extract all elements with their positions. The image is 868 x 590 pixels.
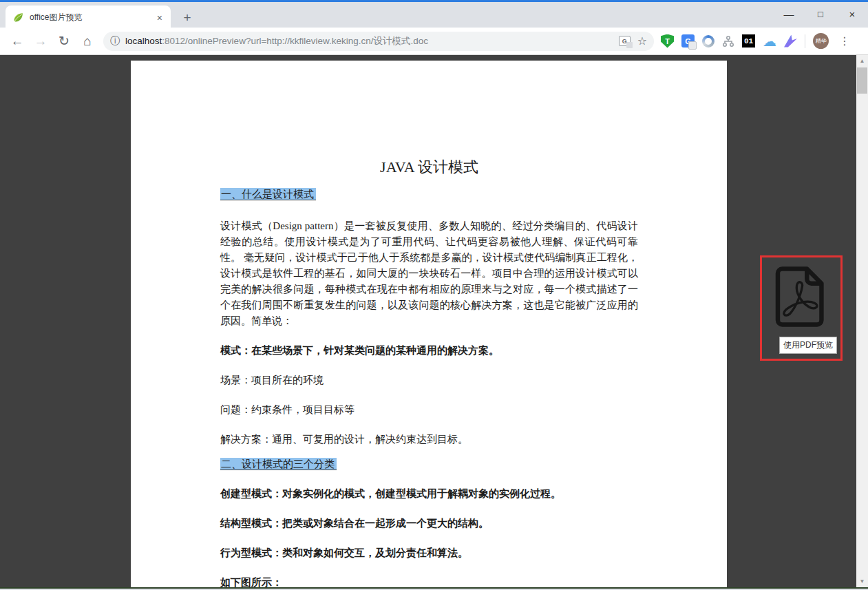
vertical-scrollbar[interactable]: ▲ ▼ xyxy=(856,55,868,589)
menu-kebab-icon[interactable]: ⋮ xyxy=(836,34,853,48)
scroll-down-icon[interactable]: ▼ xyxy=(856,576,868,587)
bold-line: 如下图所示： xyxy=(220,575,638,589)
paragraph: 设计模式（Design pattern）是一套被反复使用、多数人知晓的、经过分类… xyxy=(220,218,638,329)
spring-leaf-icon xyxy=(12,12,24,23)
scrollbar-thumb[interactable] xyxy=(857,67,867,94)
forward-icon: → xyxy=(30,31,51,52)
address-bar[interactable]: ⓘ localhost:8012/onlinePreview?url=http:… xyxy=(103,32,654,51)
bold-line: 结构型模式：把类或对象结合在一起形成一个更大的结构。 xyxy=(220,516,638,531)
bookmark-star-icon[interactable]: ☆ xyxy=(637,34,647,48)
document-page: JAVA 设计模式 一、什么是设计模式 设计模式（Design pattern）… xyxy=(131,61,727,589)
window-bottom-edge xyxy=(0,587,868,589)
scroll-up-icon[interactable]: ▲ xyxy=(856,55,868,67)
text-line: 解决方案：通用、可复用的设计，解决约束达到目标。 xyxy=(220,432,638,447)
binary-extension-icon[interactable]: 01 xyxy=(742,34,755,48)
url-text[interactable]: localhost:8012/onlinePreview?url=http://… xyxy=(125,35,613,48)
shield-extension-icon[interactable]: T xyxy=(661,34,674,48)
bold-line: 模式：在某些场景下，针对某类问题的某种通用的解决方案。 xyxy=(220,343,638,359)
toolbar-separator xyxy=(805,34,805,48)
pdf-preview-button[interactable]: 使用PDF预览 xyxy=(760,255,843,361)
section-heading: 二、设计模式的三个分类 xyxy=(220,456,638,472)
translate-extension-icon[interactable]: G xyxy=(681,34,695,48)
tab-title: office图片预览 xyxy=(30,12,154,23)
ring-extension-icon[interactable] xyxy=(702,35,714,48)
tab-strip: office图片预览 × + — □ × xyxy=(0,2,868,28)
translate-page-icon[interactable]: G xyxy=(619,36,631,46)
document-title: JAVA 设计模式 xyxy=(220,157,638,178)
bird-extension-icon[interactable] xyxy=(784,35,797,48)
bold-line: 创建型模式：对象实例化的模式，创建型模式用于解耦对象的实例化过程。 xyxy=(220,486,638,502)
omnibox-actions: G ☆ xyxy=(619,34,647,48)
new-tab-button[interactable]: + xyxy=(178,9,197,27)
text-line: 问题：约束条件，项目目标等 xyxy=(220,402,638,418)
close-button[interactable]: × xyxy=(836,2,868,25)
page-info-icon[interactable]: ⓘ xyxy=(110,35,120,48)
extensions-area: T G 01 ☁ 精华 ⋮ xyxy=(658,33,856,49)
browser-tab[interactable]: office图片预览 × xyxy=(6,6,171,30)
minimize-button[interactable]: — xyxy=(773,2,805,25)
url-path: :8012/onlinePreview?url=http://kkfilevie… xyxy=(162,36,428,46)
section-heading: 一、什么是设计模式 xyxy=(220,187,638,202)
tab-close-icon[interactable]: × xyxy=(154,12,165,23)
browser-toolbar: ← → ↻ ⌂ ⓘ localhost:8012/onlinePreview?u… xyxy=(0,28,868,55)
url-host: localhost xyxy=(125,36,162,46)
maximize-button[interactable]: □ xyxy=(805,2,836,25)
window-controls: — □ × xyxy=(773,2,868,27)
sitemap-extension-icon[interactable] xyxy=(722,35,734,48)
home-icon[interactable]: ⌂ xyxy=(77,31,98,52)
text-line: 场景：项目所在的环境 xyxy=(220,372,638,388)
reload-icon[interactable]: ↻ xyxy=(54,31,74,52)
preview-content-area: JAVA 设计模式 一、什么是设计模式 设计模式（Design pattern）… xyxy=(0,55,868,589)
pdf-preview-label: 使用PDF预览 xyxy=(779,337,837,354)
profile-avatar[interactable]: 精华 xyxy=(813,33,829,49)
bold-line: 行为型模式：类和对象如何交互，及划分责任和算法。 xyxy=(220,545,638,561)
cloud-extension-icon[interactable]: ☁ xyxy=(763,34,776,48)
pdf-file-icon xyxy=(772,265,830,328)
back-icon[interactable]: ← xyxy=(7,31,28,52)
